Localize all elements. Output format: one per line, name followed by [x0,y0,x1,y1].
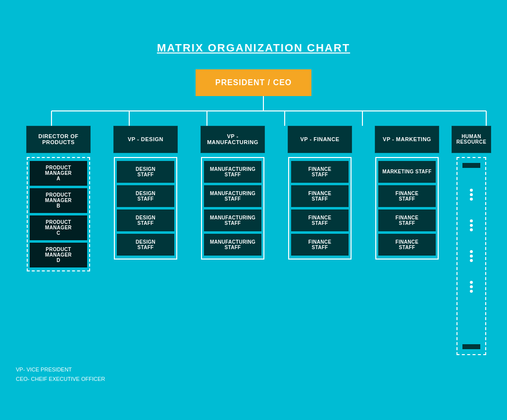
hr-dot [470,255,473,258]
staff-area-marketing: MARKETING STAFF FINANCE STAFF FINANCE ST… [375,157,439,260]
col-marketing: VP - MARKETING MARKETING STAFF FINANCE S… [364,126,450,260]
hr-dot [470,228,473,231]
connector-area [16,96,491,126]
hr-dot [470,189,473,192]
hr-dots-1 [459,189,483,201]
staff-box-design-2: DESIGN STAFF [117,210,174,231]
vp-box-marketing: VP - MARKETING [375,126,439,153]
staff-box-mkt-3: FINANCE STAFF [378,234,436,256]
hr-staff-area [456,157,486,355]
hr-dot [470,224,473,227]
staff-box-fin-2: FINANCE STAFF [291,210,349,231]
ceo-level: PRESIDENT / CEO [16,69,491,96]
vp-box-finance: VP - FINANCE [288,126,352,153]
chart-title: MATRIX ORGANIZATION CHART [16,42,491,54]
staff-box-design-1: DESIGN STAFF [117,185,174,207]
hr-dot [470,219,473,222]
staff-box-mfg-1: MANUFACTURING STAFF [204,185,261,207]
legend-line2: CEO- CHEIF EXECUTIVE OFFICER [16,374,491,384]
staff-box-mfg-0: MANUFACTURING STAFF [204,161,261,183]
col-finance: VP - FINANCE FINANCE STAFF FINANCE STAFF… [277,126,362,260]
staff-box-mfg-3: MANUFACTURING STAFF [204,234,261,256]
hr-dot [470,281,473,284]
hr-dot [470,290,473,293]
staff-area-director: PRODUCT MANAGER A PRODUCT MANAGER B PROD… [27,157,90,271]
staff-box-director-1: PRODUCT MANAGER B [30,188,87,213]
staff-area-design: DESIGN STAFF DESIGN STAFF DESIGN STAFF D… [114,157,177,260]
staff-box-director-2: PRODUCT MANAGER C [30,215,87,240]
col-hr: HUMAN RESOURCE [452,126,491,355]
hr-top-bar [462,163,480,168]
legend: VP- VICE PRESIDENT CEO- CHEIF EXECUTIVE … [16,365,491,383]
hr-bottom-bar [462,344,480,349]
staff-box-fin-1: FINANCE STAFF [291,185,349,207]
vp-box-hr: HUMAN RESOURCE [452,126,491,153]
staff-box-mkt-1: FINANCE STAFF [378,185,436,207]
vp-box-manufacturing: VP - MANUFACTURING [201,126,265,153]
col-design: VP - DESIGN DESIGN STAFF DESIGN STAFF DE… [103,126,188,260]
hr-dots-4 [459,281,483,293]
staff-box-mkt-2: FINANCE STAFF [378,210,436,231]
staff-box-mfg-2: MANUFACTURING STAFF [204,210,261,231]
hr-dots-2 [459,219,483,231]
staff-box-mkt-0: MARKETING STAFF [378,161,436,183]
staff-area-manufacturing: MANUFACTURING STAFF MANUFACTURING STAFF … [201,157,264,260]
columns-row: DIRECTOR OF PRODUCTS PRODUCT MANAGER A P… [16,126,491,355]
ceo-box: PRESIDENT / CEO [196,69,312,96]
hr-dot [470,285,473,288]
staff-box-design-3: DESIGN STAFF [117,234,174,256]
staff-box-design-0: DESIGN STAFF [117,161,174,183]
col-manufacturing: VP - MANUFACTURING MANUFACTURING STAFF M… [190,126,275,260]
staff-box-director-3: PRODUCT MANAGER D [30,243,87,267]
hr-dot [470,193,473,196]
legend-line1: VP- VICE PRESIDENT [16,365,491,374]
staff-box-director-0: PRODUCT MANAGER A [30,161,87,186]
vp-box-design: VP - DESIGN [113,126,178,153]
col-director: DIRECTOR OF PRODUCTS PRODUCT MANAGER A P… [16,126,101,271]
staff-box-fin-3: FINANCE STAFF [291,234,349,256]
vp-box-director: DIRECTOR OF PRODUCTS [26,126,91,153]
hr-dot [470,250,473,253]
staff-box-fin-0: FINANCE STAFF [291,161,349,183]
chart-container: MATRIX ORGANIZATION CHART PRESIDENT / CE… [6,27,501,393]
hr-dots-3 [459,250,483,262]
connector-svg [16,96,491,126]
hr-dot [470,259,473,262]
staff-area-finance: FINANCE STAFF FINANCE STAFF FINANCE STAF… [288,157,352,260]
hr-dot [470,198,473,201]
